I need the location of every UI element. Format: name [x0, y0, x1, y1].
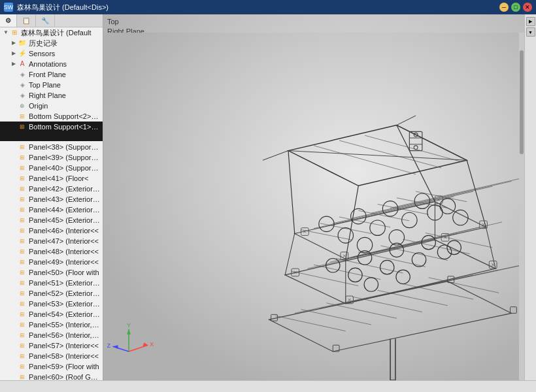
icon-panel41: ⊞: [18, 174, 27, 183]
icon-panel43: ⊞: [18, 195, 27, 204]
minimize-button[interactable]: ─: [499, 3, 509, 12]
label-panel42: Panel<42> (Exterior Fr: [29, 184, 100, 194]
label-panel45: Panel<45> (Exterior Si: [29, 215, 100, 225]
tree-item-panel43[interactable]: ⊞Panel<43> (Exterior Fr: [0, 194, 103, 204]
label-panel46: Panel<46> (Interior<<: [29, 225, 99, 236]
viewport-scrollbar[interactable]: [519, 33, 524, 380]
pm-tab-icon: 📋: [22, 17, 30, 24]
icon-history: 📁: [18, 39, 27, 48]
label-root: 森林鸟巢设计 (Default: [21, 27, 92, 38]
label-panel53: Panel<53> (Exterior Si: [29, 299, 100, 309]
right-panel-btn-1[interactable]: ▶: [526, 17, 535, 26]
icon-panel57: ⊞: [18, 341, 27, 350]
label-front-plane: Front Plane: [29, 69, 66, 80]
label-panel55: Panel<55> (Interior, Si: [29, 319, 100, 330]
label-panel59: Panel<59> (Floor with: [29, 361, 99, 372]
tree-item-bottom-support-2[interactable]: ⊞Bottom Support<2> (C: [0, 111, 103, 122]
tree-item-panel38[interactable]: ⊞Panel<38> (Support, S: [0, 142, 103, 152]
tree-item-panel54[interactable]: ⊞Panel<54> (Exterior Fr: [0, 309, 103, 319]
label-panel49: Panel<49> (Interior<<: [29, 257, 99, 267]
tree-item-panel47[interactable]: ⊞Panel<47> (Interior<<: [0, 236, 103, 246]
tree-item-panel48[interactable]: ⊞Panel<48> (Interior<<: [0, 246, 103, 257]
expand-arrow-sensors[interactable]: ▶: [10, 50, 17, 57]
tree-item-history[interactable]: ▶📁历史记录: [0, 38, 103, 48]
close-button[interactable]: ✕: [523, 3, 532, 12]
svg-rect-0: [103, 33, 524, 380]
label-panel40: Panel<40> (Support, F: [29, 163, 100, 173]
icon-panel38: ⊞: [18, 142, 27, 152]
maximize-button[interactable]: □: [511, 3, 520, 12]
tree-item-root[interactable]: ▼⊞森林鸟巢设计 (Default: [0, 27, 103, 38]
icon-panel58: ⊞: [18, 351, 27, 361]
icon-panel51: ⊞: [18, 278, 27, 287]
icon-annotations: A: [18, 59, 27, 69]
titlebar-title: 森林鸟巢设计 (Default<Dis>): [17, 3, 109, 12]
cad-drawing: X Y Z: [103, 33, 524, 380]
feature-manager-tabs: ⚙ 📋 🔧: [0, 14, 103, 27]
icon-panel46: ⊞: [18, 226, 27, 235]
expand-arrow-root[interactable]: ▼: [3, 29, 9, 36]
icon-panel45: ⊞: [18, 216, 27, 225]
right-panel: ▶ ▼: [524, 14, 536, 380]
label-panel47: Panel<47> (Interior<<: [29, 236, 99, 246]
tree-item-panel49[interactable]: ⊞Panel<49> (Interior<<: [0, 257, 103, 267]
label-panel44: Panel<44> (Exterior Si: [29, 204, 100, 215]
icon-top-plane: ◈: [18, 80, 27, 90]
tree-item-panel45[interactable]: ⊞Panel<45> (Exterior Si: [0, 215, 103, 225]
tab-config-manager[interactable]: 🔧: [36, 14, 55, 27]
expand-arrow-history[interactable]: ▶: [10, 40, 17, 46]
viewport[interactable]: ▷ 🔍 ✋ ↺ ↗ □ ⊡ Top Right Plane 森材鸟巢设计: [103, 14, 524, 380]
icon-right-plane: ◈: [18, 91, 27, 100]
tab-feature-manager[interactable]: ⚙: [0, 14, 17, 27]
tree-item-panel59[interactable]: ⊞Panel<59> (Floor with: [0, 361, 103, 372]
tree-item-panel60[interactable]: ⊞Panel<60> (Roof Gabl: [0, 372, 103, 380]
label-top-plane: Top Plane: [29, 80, 61, 90]
label-panel38: Panel<38> (Support, S: [29, 142, 100, 152]
scrollbar-thumb[interactable]: [520, 50, 524, 155]
tree-item-front-plane[interactable]: ◈Front Plane: [0, 69, 103, 80]
tree-item-panel55[interactable]: ⊞Panel<55> (Interior, Si: [0, 319, 103, 330]
label-panel52: Panel<52> (Exterior Si: [29, 288, 100, 299]
tree-item-right-plane[interactable]: ◈Right Plane: [0, 90, 103, 101]
feature-tree: ▼⊞森林鸟巢设计 (Default▶📁历史记录▶⚡Sensors▶AAnnota…: [0, 27, 103, 380]
icon-panel56: ⊞: [18, 331, 27, 340]
tree-item-panel44[interactable]: ⊞Panel<44> (Exterior Si: [0, 204, 103, 215]
tree-item-panel58[interactable]: ⊞Panel<58> (Interior<<: [0, 351, 103, 361]
icon-origin: ⊕: [18, 101, 27, 110]
tree-item-annotations[interactable]: ▶AAnnotations: [0, 59, 103, 69]
icon-panel49: ⊞: [18, 257, 27, 267]
label-panel48: Panel<48> (Interior<<: [29, 246, 99, 257]
tree-item-panel57[interactable]: ⊞Panel<57> (Interior<<: [0, 340, 103, 351]
label-panel39: Panel<39> (Support, S: [29, 152, 100, 163]
label-panel56: Panel<56> (Interior, Si: [29, 330, 100, 340]
expand-arrow-annotations[interactable]: ▶: [10, 61, 17, 67]
tree-item-panel41[interactable]: ⊞Panel<41> (Floor<: [0, 173, 103, 184]
right-panel-btn-2[interactable]: ▼: [526, 27, 535, 37]
tree-item-panel52[interactable]: ⊞Panel<52> (Exterior Si: [0, 288, 103, 299]
tree-item-panel39[interactable]: ⊞Panel<39> (Support, S: [0, 152, 103, 163]
svg-text:Z: Z: [107, 342, 111, 349]
label-panel54: Panel<54> (Exterior Fr: [29, 309, 100, 319]
tree-item-panel56[interactable]: ⊞Panel<56> (Interior, Si: [0, 330, 103, 340]
tree-item-panel42[interactable]: ⊞Panel<42> (Exterior Fr: [0, 184, 103, 194]
tab-property-manager[interactable]: 📋: [17, 14, 36, 27]
icon-panel47: ⊞: [18, 237, 27, 246]
label-panel41: Panel<41> (Floor<: [29, 173, 88, 184]
icon-panel55: ⊞: [18, 320, 27, 329]
cm-tab-icon: 🔧: [41, 17, 49, 24]
tree-item-bottom-support-1[interactable]: ⊞Bottom Support<1> (C: [0, 122, 103, 132]
tree-item-panel51[interactable]: ⊞Panel<51> (Exterior Fr: [0, 278, 103, 288]
tree-item-sensors[interactable]: ▶⚡Sensors: [0, 48, 103, 59]
icon-panel48: ⊞: [18, 247, 27, 256]
statusbar: [0, 380, 536, 392]
tree-item-panel40[interactable]: ⊞Panel<40> (Support, F: [0, 163, 103, 173]
tree-item-panel46[interactable]: ⊞Panel<46> (Interior<<: [0, 225, 103, 236]
tree-item-panel53[interactable]: ⊞Panel<53> (Exterior Si: [0, 299, 103, 309]
tree-item-top-plane[interactable]: ◈Top Plane: [0, 80, 103, 90]
label-annotations: Annotations: [29, 59, 67, 69]
tree-item-origin[interactable]: ⊕Origin: [0, 101, 103, 111]
label-sensors: Sensors: [29, 48, 55, 59]
svg-text:X: X: [150, 341, 154, 348]
icon-panel50: ⊞: [18, 268, 27, 277]
tree-item-panel50[interactable]: ⊞Panel<50> (Floor with: [0, 267, 103, 278]
